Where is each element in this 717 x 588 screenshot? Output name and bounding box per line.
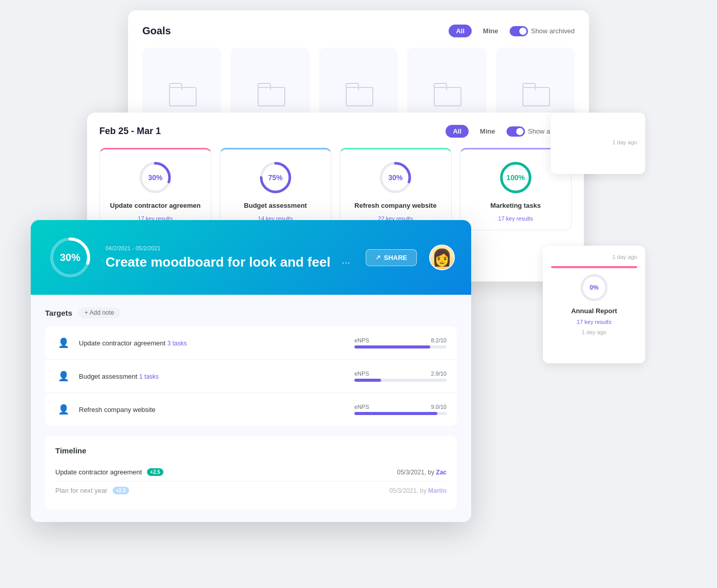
goals-filters: All Mine Show archived [449,25,575,37]
scene: Goals All Mine Show archived [0,0,717,588]
right-bottom-time-ago-2: 1 day ago [582,329,606,335]
target-3-avatar: 👤 [55,401,72,418]
target-row-2: 👤 Budget assessment 1 tasks eNPS 2.9/10 [45,360,457,393]
goals-filter-mine[interactable]: Mine [476,25,505,37]
right-bottom-progress: 0% [579,272,609,303]
avatar-image [430,246,454,269]
target-1-link[interactable]: 3 tasks [167,340,187,347]
timeline-row-2-left: Plan for next year +2.5 [55,487,129,494]
timeline-row-2-author: Martin [428,487,447,494]
target-3-progress: eNPS 9.0/10 [354,404,447,415]
main-panel-header-info: 04/2/2021 - 05/2/2021 Create moodboard f… [106,245,353,270]
timeline-section: Timeline Update contractor agreement +2.… [45,436,457,510]
target-row-1: 👤 Update contractor agreement 3 tasks eN… [45,326,457,360]
right-bottom-name: Annual Report [571,307,617,315]
goal-card-4-sub: 17 key results [498,215,533,222]
main-panel-progress: 30% [47,234,93,280]
timeline-row-2: Plan for next year +2.5 05/3/2021, by Ma… [55,482,447,499]
target-1-metric: eNPS [354,337,369,343]
folder-icon-1 [169,83,195,104]
folder-icon-5 [522,83,548,104]
target-3-progress-label: eNPS 9.0/10 [354,404,447,410]
target-3-metric: eNPS [354,404,369,410]
right-bottom-pink-bar [551,266,637,268]
goal-card-4-name: Marketing tasks [491,202,541,209]
target-2-link[interactable]: 1 tasks [139,373,159,380]
target-row-3: 👤 Refresh company website eNPS 9.0/10 [45,393,457,426]
week-filter-all[interactable]: All [446,125,469,138]
main-panel-title: Create moodboard for look and feel [106,254,330,270]
right-top-time-ago: 1 day ago [613,139,637,145]
target-1-progress-label: eNPS 8.2/10 [354,337,447,343]
add-note-button[interactable]: + Add note [78,307,120,318]
goal-card-4-progress: 100% [498,160,534,195]
folder-icon-3 [346,83,371,104]
target-2-score: 2.9/10 [431,371,447,377]
target-2-bar-bg [354,379,447,382]
timeline-row-1-author: Zac [436,469,447,476]
week-filter-mine[interactable]: Mine [473,125,502,138]
goal-card-3[interactable]: 30% Refresh company website 22 key resul… [340,148,452,230]
target-2-avatar: 👤 [55,368,72,384]
target-2-progress: eNPS 2.9/10 [354,371,447,382]
timeline-row-2-right: 05/3/2021, by Martin [389,487,447,494]
goals-toggle-label: Show archived [531,27,575,35]
target-3-bar-fill [354,412,437,415]
goal-card-1-pct: 30% [148,173,162,182]
main-panel-body: Targets + Add note 👤 Update contractor a… [31,295,471,522]
goal-card-4-pct: 100% [507,173,525,182]
main-panel: 30% 04/2/2021 - 05/2/2021 Create moodboa… [31,220,471,522]
target-2-info: Budget assessment 1 tasks [79,373,347,380]
target-1-score: 8.2/10 [431,337,447,343]
targets-title: Targets [45,309,72,317]
goal-card-2-name: Budget assessment [244,202,307,209]
right-bottom-pct: 0% [589,284,598,291]
main-panel-date: 04/2/2021 - 05/2/2021 [106,245,353,251]
timeline-row-1-badge: +2.5 [147,468,163,476]
timeline-row-2-badge: +2.5 [113,487,129,494]
share-label: SHARE [384,254,407,262]
goal-card-3-pct: 30% [388,173,403,182]
main-panel-pct: 30% [60,252,80,264]
right-bottom-panel: 1 day ago 0% Annual Report 17 key result… [543,246,645,363]
target-1-bar-bg [354,345,447,349]
main-panel-header: 30% 04/2/2021 - 05/2/2021 Create moodboa… [31,220,471,295]
targets-section-header: Targets + Add note [45,307,457,318]
goal-card-1[interactable]: 30% Update contractor agreemen 17 key re… [99,148,212,230]
right-top-panel: 1 day ago [551,113,645,174]
target-3-name: Refresh company website [79,406,156,413]
week-title: Feb 25 - Mar 1 [99,126,161,137]
goal-card-1-progress: 30% [137,160,173,195]
target-1-avatar: 👤 [55,335,72,351]
target-2-progress-label: eNPS 2.9/10 [354,371,447,377]
goals-archive-toggle[interactable] [510,26,528,36]
week-archive-toggle[interactable] [507,126,525,137]
timeline-row-2-date: 05/3/2021, by [389,487,428,494]
timeline-row-1: Update contractor agreement +2.5 05/3/20… [55,463,447,482]
goal-card-2-progress: 75% [258,160,293,195]
goals-title: Goals [142,25,171,37]
share-button[interactable]: ↗ SHARE [366,249,417,266]
avatar [429,245,455,270]
target-3-score: 9.0/10 [431,404,447,410]
folder-icon-2 [258,83,283,104]
week-header: Feb 25 - Mar 1 All Mine Show archived [99,125,572,138]
targets-list: 👤 Update contractor agreement 3 tasks eN… [45,326,457,426]
more-options-icon[interactable]: ··· [342,256,350,268]
right-bottom-time-ago-1: 1 day ago [613,254,637,260]
goals-filter-all[interactable]: All [449,25,472,37]
goals-toggle-wrap: Show archived [510,26,575,36]
target-2-bar-fill [354,379,381,382]
target-1-progress: eNPS 8.2/10 [354,337,447,349]
goal-card-2[interactable]: 75% Budget assessment 14 key results [220,148,332,230]
target-1-info: Update contractor agreement 3 tasks [79,339,347,347]
target-2-metric: eNPS [354,371,369,377]
goal-card-3-progress: 30% [377,160,413,195]
right-bottom-sub: 17 key results [577,319,611,325]
timeline-row-1-label: Update contractor agreement [55,468,142,476]
folder-icon-4 [434,83,459,104]
timeline-title: Timeline [55,446,447,455]
target-1-bar-fill [354,345,430,349]
target-1-name: Update contractor agreement [79,339,167,347]
target-3-bar-bg [354,412,447,415]
